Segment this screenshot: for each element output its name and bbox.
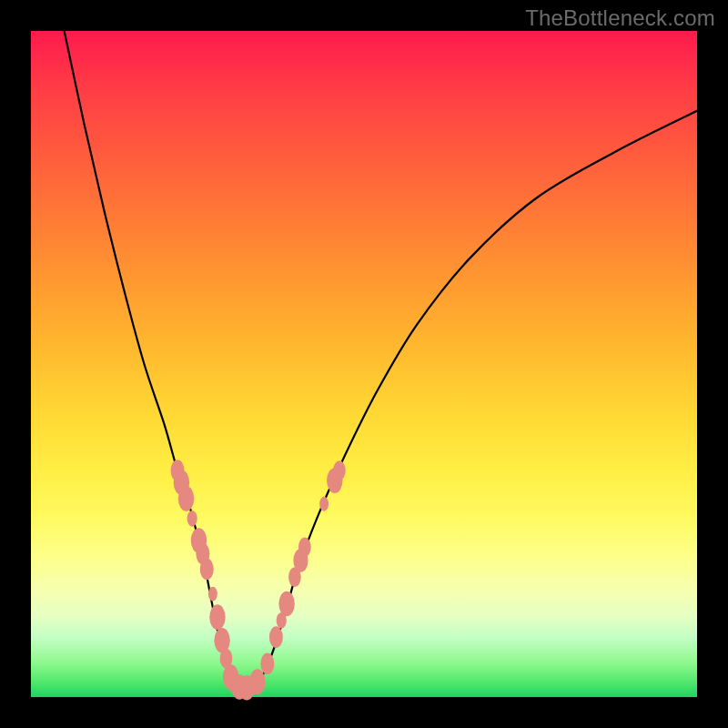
chart-overlay (31, 31, 697, 697)
data-marker (333, 460, 346, 480)
watermark-text: TheBottleneck.com (525, 5, 715, 31)
data-markers (171, 460, 346, 700)
data-marker (200, 559, 214, 581)
data-marker (269, 626, 283, 648)
data-marker (208, 587, 217, 602)
data-marker (249, 669, 265, 694)
data-marker (209, 604, 225, 630)
chart-frame: TheBottleneck.com (0, 0, 728, 728)
bottleneck-curve (65, 31, 697, 692)
data-marker (278, 592, 294, 617)
data-marker (178, 486, 194, 511)
data-marker (260, 653, 274, 675)
data-marker (187, 511, 197, 527)
data-marker (298, 537, 311, 557)
data-marker (319, 497, 329, 511)
